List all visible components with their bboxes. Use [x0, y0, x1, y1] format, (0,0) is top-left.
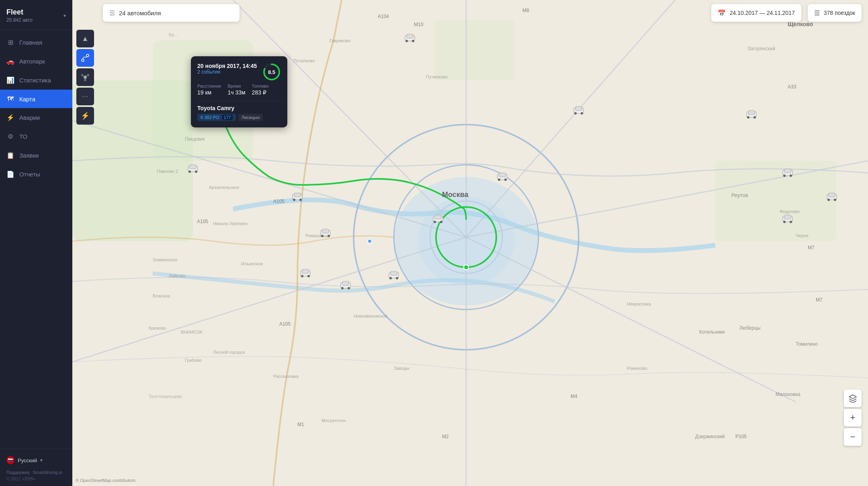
stat-value-time: 1ч 33м [227, 89, 245, 96]
svg-text:Люберцы: Люберцы [739, 325, 760, 331]
plate-region: 177 [222, 115, 233, 120]
svg-rect-87 [784, 169, 791, 173]
home-icon: ⊞ [6, 39, 14, 46]
map-topbar: ☰ 24 автомобиля 📅 24.10.2017 — 24.11.201… [96, 0, 868, 26]
svg-point-77 [412, 40, 414, 42]
svg-point-101 [504, 178, 507, 181]
svg-text:М2: М2 [442, 434, 449, 439]
svg-rect-79 [575, 107, 582, 111]
popup-info: 20 ноября 2017, 14:45 2 события [197, 63, 257, 79]
svg-point-76 [405, 40, 408, 42]
attribution-text: © OpenStreetMap contributors [76, 478, 135, 483]
nav-label-requests: Заявки [19, 152, 39, 159]
svg-point-100 [498, 178, 500, 181]
map-icon: 🗺 [6, 95, 14, 103]
svg-point-23 [368, 239, 372, 243]
sidebar-item-requests[interactable]: 📋 Заявки [0, 146, 72, 165]
car-name: Toyota Camry [197, 105, 281, 111]
nav-label-maintenance: ТО [19, 133, 27, 140]
about-link[interactable]: Smartdriving.io [33, 470, 62, 475]
svg-text:Знаменское: Знаменское [153, 257, 177, 262]
stat-label-time: Время [227, 84, 245, 88]
svg-rect-123 [391, 271, 397, 275]
svg-point-112 [293, 199, 295, 201]
search-bar[interactable]: ☰ 24 автомобиля [103, 4, 240, 22]
map-toolbar-left: ▲ ··· ⚡ [76, 30, 94, 125]
svg-point-132 [84, 76, 87, 79]
svg-point-80 [574, 112, 577, 115]
svg-text:М7: М7 [816, 297, 823, 303]
vehicle-count-label: 24 автомобиля [119, 10, 161, 16]
sidebar-item-map[interactable]: 🗺 Карта [0, 90, 72, 108]
trips-button[interactable]: ☰ 378 поездок [808, 4, 862, 22]
zoom-in-button[interactable]: + [844, 409, 862, 427]
sidebar-item-alerts[interactable]: ⚡ Аварии [0, 108, 72, 127]
topbar-left: ☰ 24 автомобиля [103, 4, 240, 22]
svg-point-97 [195, 170, 197, 173]
svg-text:Новоивановское: Новоивановское [354, 314, 387, 318]
popup-stats: Расстояние 19 км Время 1ч 33м Топливо 28… [197, 84, 281, 96]
zoom-out-button[interactable]: − [844, 428, 862, 446]
svg-point-85 [753, 116, 756, 119]
support-link[interactable]: Поддержка [6, 470, 29, 475]
svg-text:Романово: Романово [627, 366, 647, 371]
sidebar-item-stats[interactable]: 📊 Статистика [0, 71, 72, 90]
layers-button[interactable] [844, 390, 862, 407]
brand-selector[interactable]: Fleet 25 842 авто ▾ [6, 8, 66, 23]
svg-text:Путилково: Путилково [293, 58, 315, 63]
svg-point-108 [783, 221, 786, 223]
svg-text:М7: М7 [808, 245, 815, 250]
map-container[interactable]: А104 М8 М10 А33 Бр М7 М7 А105 А105 А105 … [72, 0, 868, 486]
date-range-button[interactable]: 📅 24.10.2017 — 24.11.2017 [711, 4, 801, 22]
svg-rect-91 [829, 193, 835, 197]
nav-label-stats: Статистика [19, 77, 51, 84]
brand-info: Fleet 25 842 авто [6, 8, 33, 23]
driver-tag: Лисицын [238, 114, 263, 121]
svg-point-129 [348, 287, 350, 289]
sidebar-item-fleet[interactable]: 🚗 Автопарк [0, 52, 72, 71]
stat-value-distance: 19 км [197, 89, 221, 96]
stat-value-fuel: 283 ₽ [252, 89, 269, 96]
svg-point-131 [86, 54, 89, 57]
sidebar-item-home[interactable]: ⊞ Главная [0, 33, 72, 52]
topbar-right: 📅 24.10.2017 — 24.11.2017 ☰ 378 поездок [711, 4, 862, 22]
svg-rect-83 [748, 111, 755, 115]
language-selector[interactable]: 🇷🇺 Русский ▾ [6, 454, 66, 467]
nav-label-alerts: Аварии [19, 114, 40, 121]
events-button[interactable]: ⚡ [76, 107, 94, 125]
route-button[interactable] [76, 49, 94, 67]
svg-point-22 [464, 265, 469, 270]
svg-rect-111 [294, 193, 301, 197]
sidebar-item-maintenance[interactable]: ⚙ ТО [0, 127, 72, 146]
svg-text:Реутов: Реутов [731, 192, 748, 198]
svg-text:Бр...: Бр... [169, 32, 178, 37]
svg-text:Загорянский: Загорянский [747, 46, 775, 51]
cluster-button[interactable] [76, 68, 94, 86]
nav-label-fleet: Автопарк [19, 58, 45, 65]
score-value: 8.5 [268, 69, 275, 75]
svg-rect-6 [715, 161, 836, 241]
svg-point-96 [188, 170, 191, 173]
trip-popup: 20 ноября 2017, 14:45 2 события 8.5 Расс… [191, 56, 287, 127]
nav-label-map: Карта [19, 96, 35, 103]
svg-point-121 [307, 275, 310, 277]
navigate-button[interactable]: ▲ [76, 30, 94, 47]
maintenance-icon: ⚙ [6, 133, 14, 140]
svg-rect-99 [499, 173, 506, 177]
svg-text:ВНИИСОК: ВНИИСОК [181, 330, 203, 334]
sidebar-item-reports[interactable]: 📄 Отчеты [0, 165, 72, 184]
svg-point-135 [84, 79, 86, 81]
map-controls: + − [844, 390, 862, 446]
svg-point-125 [396, 277, 398, 279]
more-button[interactable]: ··· [76, 88, 94, 105]
score-ring: 8.5 [262, 63, 281, 81]
popup-stat-time: Время 1ч 33м [227, 84, 245, 96]
svg-text:М4: М4 [571, 394, 577, 399]
svg-point-116 [321, 235, 323, 237]
reports-icon: 📄 [6, 170, 14, 178]
svg-text:Томилино: Томилино [796, 341, 818, 347]
flag-icon: 🇷🇺 [6, 456, 14, 464]
car-icon-nav: 🚗 [6, 57, 14, 65]
svg-rect-127 [342, 281, 349, 285]
sidebar-header: Fleet 25 842 авто ▾ [0, 0, 72, 30]
